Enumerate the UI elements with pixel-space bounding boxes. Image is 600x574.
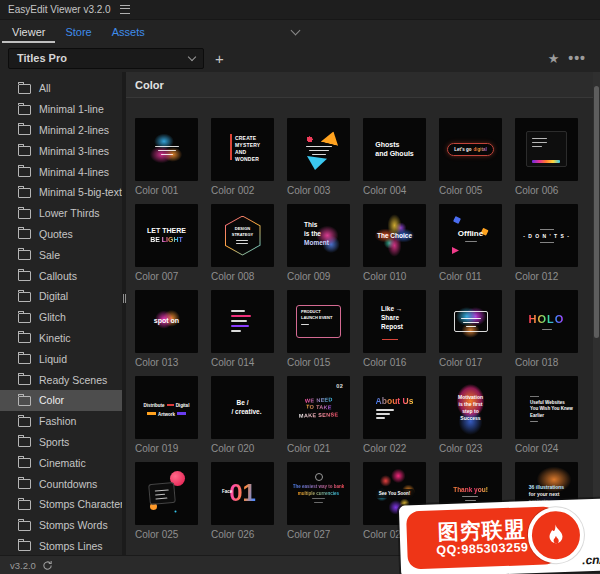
add-preset-button[interactable]: + <box>213 51 226 66</box>
sidebar-item-glitch[interactable]: Glitch <box>0 307 122 328</box>
template-caption: Color 008 <box>211 271 274 282</box>
micro-text-line <box>301 324 309 325</box>
folder-icon <box>18 271 31 281</box>
micro-text-line <box>155 493 165 495</box>
sidebar-item-countdowns[interactable]: Countdowns <box>0 473 122 494</box>
sidebar-item-all[interactable]: All <box>0 78 122 99</box>
menu-icon[interactable] <box>120 5 130 14</box>
sidebar-item-minimal-4-lines[interactable]: Minimal 4-lines <box>0 161 122 182</box>
folder-icon <box>18 250 31 260</box>
template-caption: Color 019 <box>135 443 198 454</box>
card-color-008[interactable]: DESIGNSTRATEGYColor 008 <box>211 204 274 282</box>
card-color-023[interactable]: Motivationis the firststep toSuccessColo… <box>439 376 502 454</box>
card-color-019[interactable]: DistributeDigitalArtworkColor 019 <box>135 376 198 454</box>
card-color-014[interactable]: Color 014 <box>211 290 274 368</box>
sidebar-item-stomps-lines[interactable]: Stomps Lines <box>0 536 122 556</box>
tab-store[interactable]: Store <box>55 20 101 43</box>
refresh-icon[interactable] <box>42 560 53 571</box>
sidebar-item-cinematic[interactable]: Cinematic <box>0 452 122 473</box>
sidebar-item-minimal-2-lines[interactable]: Minimal 2-lines <box>0 120 122 141</box>
card-color-021[interactable]: WE NEEDTO TAKEMAKE SENSE02Color 021 <box>287 376 350 454</box>
card-color-027[interactable]: The easiest way to bankmultiple currenci… <box>287 462 350 540</box>
folder-icon <box>18 458 31 468</box>
sidebar-item-fashion[interactable]: Fashion <box>0 411 122 432</box>
card-color-020[interactable]: Be // creative.Color 020 <box>211 376 274 454</box>
card-color-001[interactable]: Color 001 <box>135 118 198 196</box>
sidebar-item-sale[interactable]: Sale <box>0 244 122 265</box>
template-thumbnail: Offline <box>439 204 502 267</box>
template-thumbnail: Thisis theMoment <box>287 204 350 267</box>
thumbnail-text <box>155 144 179 155</box>
thumbnail-text: The Choice <box>377 232 412 240</box>
template-thumbnail: The easiest way to bankmultiple currenci… <box>287 462 350 525</box>
template-caption: Color 005 <box>439 185 502 196</box>
sidebar-item-minimal-5-big-text[interactable]: Minimal 5-big-text <box>0 182 122 203</box>
card-color-022[interactable]: About UsColor 022 <box>363 376 426 454</box>
scrollbar-thumb[interactable] <box>594 86 599 338</box>
sidebar-item-minimal-1-line[interactable]: Minimal 1-line <box>0 99 122 120</box>
favorite-star-icon[interactable]: ★ <box>548 51 560 66</box>
sidebar-item-stomps-words[interactable]: Stomps Words <box>0 515 122 536</box>
sidebar-item-ready-scenes[interactable]: Ready Scenes <box>0 369 122 390</box>
sidebar-item-stomps-characters[interactable]: Stomps Characters <box>0 494 122 515</box>
micro-text-line <box>231 315 251 318</box>
card-color-011[interactable]: OfflineColor 011 <box>439 204 502 282</box>
sidebar-item-digital[interactable]: Digital <box>0 286 122 307</box>
thumbnail-text: spot on <box>154 317 179 325</box>
card-color-024[interactable]: Useful WebsitesYou Wish You KnewEarlierC… <box>515 376 578 454</box>
card-color-004[interactable]: Ghostsand GhoulsColor 004 <box>363 118 426 196</box>
card-color-005[interactable]: Let's godigitalColor 005 <box>439 118 502 196</box>
sidebar-item-callouts[interactable]: Callouts <box>0 265 122 286</box>
thumbnail-text: HOLO <box>529 313 565 330</box>
card-color-017[interactable]: Color 017 <box>439 290 502 368</box>
thumbnail-text <box>306 144 332 155</box>
card-color-013[interactable]: spot onColor 013 <box>135 290 198 368</box>
card-color-016[interactable]: Like →ShareRepostColor 016 <box>363 290 426 368</box>
sidebar-item-color[interactable]: Color <box>0 390 122 411</box>
tab-viewer[interactable]: Viewer <box>2 20 55 43</box>
template-caption: Color 021 <box>287 443 350 454</box>
card-color-003[interactable]: Color 003 <box>287 118 350 196</box>
watermark-sticker: 图穷联盟 QQ:985303259 .cn/ <box>399 498 600 574</box>
card-color-006[interactable]: Color 006 <box>515 118 578 196</box>
template-caption: Color 016 <box>363 357 426 368</box>
micro-text-line <box>530 421 538 422</box>
template-thumbnail: 01Face <box>211 462 274 525</box>
preset-dropdown[interactable]: Titles Pro <box>8 48 204 69</box>
template-thumbnail: About Us <box>363 376 426 439</box>
sidebar-item-quotes[interactable]: Quotes <box>0 224 122 245</box>
scrollbar-track[interactable] <box>593 72 600 556</box>
sidebar-item-minimal-3-lines[interactable]: Minimal 3-lines <box>0 140 122 161</box>
card-color-007[interactable]: LET THEREBE LIGHTColor 007 <box>135 204 198 282</box>
sidebar-item-lower-thirds[interactable]: Lower Thirds <box>0 203 122 224</box>
sidebar-item-label: Ready Scenes <box>39 374 107 386</box>
tab-bar: ViewerStoreAssets <box>0 20 600 43</box>
template-thumbnail <box>135 118 198 181</box>
template-caption: Color 006 <box>515 185 578 196</box>
sidebar-item-label: Callouts <box>39 270 77 282</box>
template-caption: Color 018 <box>515 357 578 368</box>
watermark-title: 图穷联盟 <box>437 518 526 542</box>
sidebar-item-liquid[interactable]: Liquid <box>0 348 122 369</box>
card-color-018[interactable]: HOLOColor 018 <box>515 290 578 368</box>
micro-text-line <box>312 498 325 499</box>
sidebar-item-kinetic[interactable]: Kinetic <box>0 328 122 349</box>
card-color-009[interactable]: Thisis theMomentColor 009 <box>287 204 350 282</box>
micro-text-line <box>155 146 179 148</box>
card-color-010[interactable]: The ChoiceColor 010 <box>363 204 426 282</box>
template-caption: Color 023 <box>439 443 502 454</box>
sidebar-item-sports[interactable]: Sports <box>0 432 122 453</box>
toolbar: Titles Pro + ★ ••• <box>0 43 600 73</box>
thumbnail-text: Thank you! <box>453 486 488 501</box>
card-color-012[interactable]: - D O N ' T S -Color 012 <box>515 204 578 282</box>
micro-text-line <box>532 138 547 140</box>
template-thumbnail: The Choice <box>363 204 426 267</box>
card-color-015[interactable]: PRODUCTLAUNCH EVENTColor 015 <box>287 290 350 368</box>
more-options-icon[interactable]: ••• <box>568 50 586 66</box>
card-color-025[interactable]: Color 025 <box>135 462 198 540</box>
micro-text-line <box>461 318 481 320</box>
card-color-002[interactable]: CREATEMYSTERYANDWONDERColor 002 <box>211 118 274 196</box>
tab-assets[interactable]: Assets <box>102 20 155 43</box>
sidebar-item-label: Glitch <box>39 311 66 323</box>
card-color-026[interactable]: 01FaceColor 026 <box>211 462 274 540</box>
